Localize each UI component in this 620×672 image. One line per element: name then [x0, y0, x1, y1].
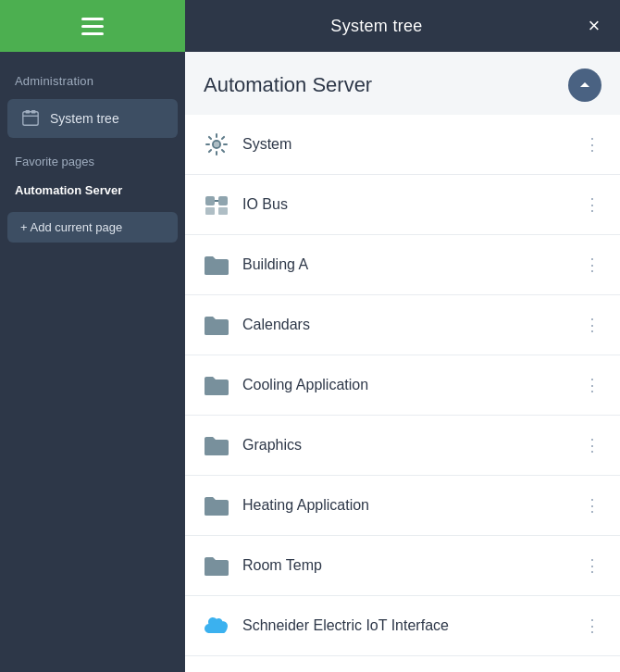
sidebar: Administration System tree Favorite page… — [0, 52, 185, 672]
folder-icon — [200, 248, 233, 281]
sidebar-item-system-tree[interactable]: System tree — [7, 99, 178, 138]
favorite-automation-server[interactable]: Automation Server — [0, 176, 185, 205]
close-button[interactable]: × — [568, 0, 620, 52]
folder-icon — [200, 368, 233, 402]
add-current-page-button[interactable]: + Add current page — [7, 212, 178, 243]
favorites-label: Favorite pages — [0, 140, 185, 176]
svg-rect-11 — [205, 261, 229, 275]
tree-item-room-temp[interactable]: Room Temp ⋮ — [185, 536, 620, 596]
svg-rect-0 — [23, 112, 38, 126]
tree-item-label: Schneider Electric IoT Interface — [242, 617, 580, 634]
svg-rect-13 — [205, 381, 229, 395]
tree-item-label: System — [242, 136, 580, 153]
system-tree-label: System tree — [50, 111, 119, 126]
tree-item-menu[interactable]: ⋮ — [580, 616, 605, 636]
hamburger-icon — [81, 18, 104, 35]
tree-item-label: IO Bus — [242, 196, 580, 213]
tree-item-system[interactable]: System ⋮ — [185, 115, 620, 175]
tree-item-menu[interactable]: ⋮ — [580, 555, 605, 576]
tree-item-io-bus[interactable]: IO Bus ⋮ — [185, 175, 620, 235]
tree-item-label: Graphics — [242, 437, 580, 454]
tree-item-menu[interactable]: ⋮ — [580, 194, 605, 215]
collapse-button[interactable] — [568, 68, 601, 102]
tree-item-building-a[interactable]: Building A ⋮ — [185, 235, 620, 295]
hamburger-button[interactable] — [0, 0, 185, 52]
folder-icon — [200, 549, 233, 582]
tree-item-label: Calendars — [242, 317, 580, 333]
svg-point-5 — [214, 142, 219, 147]
svg-rect-9 — [218, 207, 228, 215]
gear-icon — [200, 128, 233, 161]
header-title: System tree — [185, 17, 568, 36]
tree-item-schneider[interactable]: Schneider Electric IoT Interface ⋮ — [185, 596, 620, 656]
admin-label: Administration — [0, 67, 185, 97]
tree-item-menu[interactable]: ⋮ — [580, 255, 605, 275]
content-header: Automation Server — [185, 52, 620, 115]
tree-item-label: Heating Application — [242, 497, 580, 514]
content-title: Automation Server — [204, 73, 372, 97]
svg-rect-16 — [205, 562, 229, 576]
folder-icon — [200, 308, 233, 342]
tree-item-simulation[interactable]: Simulation ⋮ — [185, 656, 620, 672]
svg-rect-6 — [205, 196, 215, 205]
svg-rect-12 — [205, 321, 229, 335]
cloud-icon — [200, 609, 233, 642]
system-tree-icon — [20, 108, 41, 129]
tree-item-label: Building A — [242, 256, 580, 273]
tree-item-label: Cooling Application — [242, 377, 580, 393]
tree-item-menu[interactable]: ⋮ — [580, 435, 605, 455]
bus-icon — [200, 188, 233, 221]
folder-icon — [200, 489, 233, 522]
svg-rect-7 — [218, 196, 228, 205]
tree-item-label: Room Temp — [242, 557, 580, 574]
svg-rect-14 — [205, 442, 229, 455]
svg-rect-1 — [26, 110, 31, 114]
tree-item-graphics[interactable]: Graphics ⋮ — [185, 416, 620, 476]
svg-rect-8 — [205, 207, 215, 215]
svg-rect-15 — [205, 502, 229, 516]
tree-item-menu[interactable]: ⋮ — [580, 375, 605, 395]
tree-item-cooling-application[interactable]: Cooling Application ⋮ — [185, 355, 620, 416]
tree-list: System ⋮ IO Bus ⋮ Building A ⋮ Calendars… — [185, 115, 620, 672]
tree-item-menu[interactable]: ⋮ — [580, 315, 605, 335]
folder-icon — [200, 429, 233, 462]
tree-item-heating-application[interactable]: Heating Application ⋮ — [185, 476, 620, 536]
tree-item-menu[interactable]: ⋮ — [580, 495, 605, 516]
tree-item-menu[interactable]: ⋮ — [580, 134, 605, 155]
main-layout: Administration System tree Favorite page… — [0, 52, 620, 672]
svg-rect-2 — [31, 110, 36, 114]
content-panel: Automation Server System ⋮ IO Bus ⋮ Buil… — [185, 52, 620, 672]
header: System tree × — [0, 0, 620, 52]
tree-item-calendars[interactable]: Calendars ⋮ — [185, 295, 620, 355]
